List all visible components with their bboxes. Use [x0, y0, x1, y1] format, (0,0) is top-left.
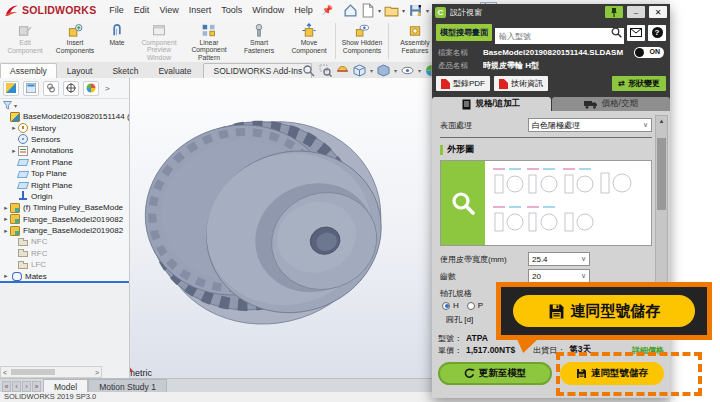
tree-row-origin[interactable]: Origin	[0, 191, 129, 202]
scroll-left-icon[interactable]: <	[1, 369, 9, 376]
tree-row-rfc[interactable]: RFC	[0, 248, 129, 259]
menu-insert[interactable]: Insert	[184, 0, 217, 20]
zoom-area-icon[interactable]	[319, 64, 332, 77]
tree-expand-icon[interactable]: ▸	[10, 124, 18, 132]
edit-component-button[interactable]: Edit Component	[0, 20, 50, 62]
panel-minimize-button[interactable]: –	[627, 6, 645, 18]
radio-hole-p[interactable]: P	[467, 301, 483, 310]
menu-edit[interactable]: Edit	[129, 0, 155, 20]
featuremanager-tab-icon[interactable]	[3, 81, 19, 96]
update-model-button[interactable]: 更新至模型	[438, 362, 552, 385]
menu-view[interactable]: View	[154, 0, 183, 20]
propertymanager-tab-icon[interactable]	[23, 81, 39, 96]
tab-evaluate[interactable]: Evaluate	[148, 63, 201, 78]
zoom-fit-icon[interactable]	[302, 64, 315, 77]
smart-fasteners-button[interactable]: Smart Fasteners	[234, 20, 284, 62]
mail-button[interactable]	[627, 25, 645, 41]
scrollbar-thumb[interactable]	[11, 369, 55, 375]
tab-motion-study[interactable]: Motion Study 1	[88, 379, 167, 393]
component-preview-window-button[interactable]: Component Preview Window	[134, 20, 184, 62]
tree-row-annotations[interactable]: ▸Annotations	[0, 145, 129, 156]
tree-row-nfc[interactable]: NFC	[0, 236, 129, 247]
caret-down-icon[interactable]: ▾	[402, 7, 405, 14]
mate-button[interactable]: Mate	[100, 20, 134, 62]
tab-assembly[interactable]: Assembly	[0, 63, 57, 78]
model-search-screen-button[interactable]: 模型搜尋畫面	[436, 24, 492, 41]
save-icon[interactable]	[408, 3, 423, 18]
nav-next-icon[interactable]: ›	[22, 381, 31, 392]
new-document-icon[interactable]	[360, 3, 375, 18]
scrollbar-thumb[interactable]	[657, 138, 666, 210]
search-icon[interactable]	[611, 27, 622, 38]
insert-components-button[interactable]: Insert Components	[50, 20, 100, 62]
view-orientation-cube-icon[interactable]	[353, 64, 366, 77]
outline-drawing-thumbnail[interactable]	[440, 160, 652, 246]
tab-layout[interactable]: Layout	[57, 63, 103, 78]
radio-hole-h[interactable]: H	[442, 301, 459, 310]
catalog-pdf-button[interactable]: 型錄PDF	[436, 76, 490, 91]
home-icon[interactable]	[343, 3, 358, 18]
menu-tools[interactable]: Tools	[216, 0, 247, 20]
caret-down-icon[interactable]: ▾	[426, 7, 429, 14]
tree-expand-icon[interactable]: ▸	[2, 215, 10, 223]
tree-row-mates[interactable]: ▸Mates	[0, 270, 129, 281]
tree-row-right-plane[interactable]: Right Plane	[0, 179, 129, 190]
caret-down-icon[interactable]: ▾	[378, 7, 381, 14]
tree-expand-icon[interactable]: ▸	[10, 147, 18, 155]
teeth-count-select[interactable]: 20∨	[528, 269, 590, 283]
horizontal-scrollbar[interactable]: < >	[0, 366, 102, 378]
caret-down-icon[interactable]: ▾	[394, 67, 397, 74]
tree-row-history[interactable]: ▸History	[0, 122, 129, 133]
linear-component-pattern-button[interactable]: Linear Component Pattern	[184, 20, 234, 62]
shape-change-button[interactable]: ⇄形狀變更	[612, 76, 666, 91]
help-button[interactable]: ?	[648, 25, 666, 41]
belt-width-select[interactable]: 25.4∨	[528, 252, 590, 266]
filter-caret-icon[interactable]: ▾	[14, 102, 17, 109]
caret-down-icon[interactable]: ▾	[418, 67, 421, 74]
tech-info-button[interactable]: 技術資訊	[494, 76, 548, 91]
dimxpert-tab-icon[interactable]	[63, 81, 79, 96]
tab-sketch[interactable]: Sketch	[102, 63, 148, 78]
thumbnail-zoom-area[interactable]	[441, 161, 485, 245]
tree-expand-icon[interactable]: ▸	[2, 204, 10, 212]
caret-down-icon[interactable]: ▾	[370, 67, 373, 74]
section-view-icon[interactable]	[336, 64, 349, 77]
panel-pin-button[interactable]	[605, 6, 623, 18]
move-component-button[interactable]: Move Component	[284, 20, 334, 62]
configurations-tab-icon[interactable]	[43, 81, 59, 96]
menubar-pin-icon[interactable]: 📌	[318, 5, 337, 15]
tree-row-flange-1[interactable]: ▸Flange_BaseModel2019082	[0, 214, 129, 225]
tab-model[interactable]: Model	[43, 379, 88, 393]
tab-spec-machining[interactable]: 規格/追加工	[432, 97, 551, 111]
menu-window[interactable]: Window	[247, 0, 289, 20]
tree-tabs-overflow-icon[interactable]: >	[105, 84, 110, 93]
nav-first-icon[interactable]: «	[2, 381, 11, 392]
scroll-up-icon[interactable]: ▲	[656, 116, 667, 126]
surface-treatment-select[interactable]: 白色陽極處理∨	[528, 118, 652, 132]
tab-price-delivery[interactable]: 價格/交期	[552, 97, 671, 111]
panel-close-button[interactable]: ✕	[649, 6, 667, 18]
menu-file[interactable]: File	[104, 0, 129, 20]
tree-expand-icon[interactable]: ▸	[2, 272, 10, 280]
tab-solidworks-addins[interactable]: SOLIDWORKS Add-Ins	[203, 63, 312, 78]
scroll-right-icon[interactable]: >	[93, 369, 101, 376]
tree-row-top-plane[interactable]: Top Plane	[0, 168, 129, 179]
open-icon[interactable]	[384, 3, 399, 18]
menu-help[interactable]: Help	[289, 0, 318, 20]
tree-row-lfc[interactable]: LFC	[0, 259, 129, 270]
nav-last-icon[interactable]: »	[32, 381, 41, 392]
display-style-icon[interactable]	[377, 64, 390, 77]
tree-row-sensors[interactable]: Sensors	[0, 134, 129, 145]
tree-expand-icon[interactable]: ▸	[2, 227, 10, 235]
filter-funnel-icon[interactable]	[3, 101, 12, 110]
tree-row-root[interactable]: BaseModel20190820151144 (D	[0, 111, 129, 122]
search-input[interactable]	[495, 28, 624, 44]
nav-prev-icon[interactable]: ‹	[12, 381, 21, 392]
tree-row-flange-2[interactable]: ▸Flange_BaseModel2019082	[0, 225, 129, 236]
hide-show-items-icon[interactable]	[401, 64, 414, 77]
appearances-tab-icon[interactable]	[83, 81, 99, 96]
tree-row-timing-pulley[interactable]: ▸(f) Timing Pulley_BaseMode	[0, 202, 129, 213]
link-toggle[interactable]: ON	[634, 47, 664, 58]
tree-row-front-plane[interactable]: Front Plane	[0, 157, 129, 168]
show-hidden-components-button[interactable]: Show Hidden Components	[337, 20, 387, 62]
